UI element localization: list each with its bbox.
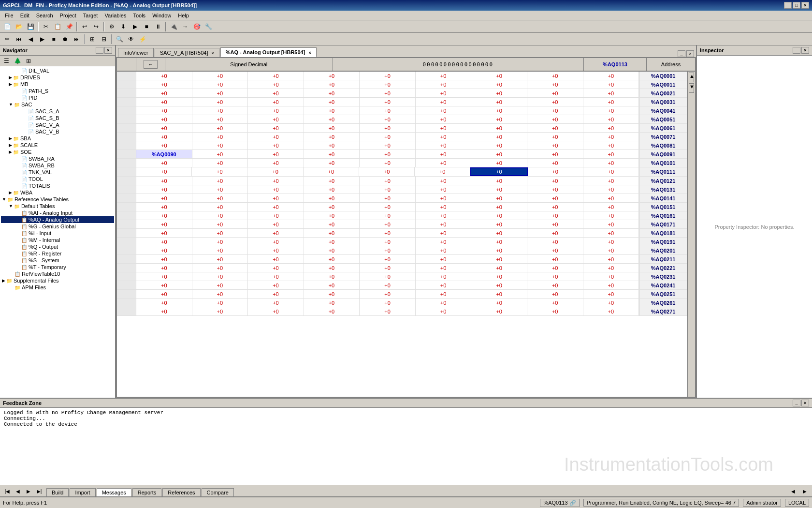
grid-cell[interactable]: +0 — [248, 89, 304, 97]
grid-cell[interactable]: +0 — [304, 141, 360, 149]
grid-cell[interactable]: +0 — [192, 141, 248, 149]
tab-next[interactable]: ▶ — [23, 486, 34, 496]
target-btn[interactable]: 🎯 — [191, 21, 202, 32]
nav-tree-view[interactable]: 🌲 — [12, 56, 23, 66]
grid-cell[interactable]: +0 — [248, 255, 304, 263]
grid-cell[interactable]: +0 — [304, 89, 360, 97]
grid-cell[interactable]: +0 — [471, 299, 527, 307]
grid-cell[interactable]: +0 — [360, 133, 416, 141]
tree-item[interactable]: ▼📁Default Tables — [1, 203, 114, 209]
grid-cell[interactable]: +0 — [471, 290, 527, 298]
rec-btn[interactable]: ⏺ — [60, 34, 71, 45]
bottom-tab-reports[interactable]: Reports — [132, 488, 162, 496]
expand-icon[interactable]: ▶ — [9, 190, 12, 195]
grid-cell[interactable]: +0 — [471, 98, 527, 106]
grid-cell[interactable]: +0 — [304, 299, 360, 307]
pause-btn[interactable]: ⏸ — [153, 21, 163, 32]
grid-cell[interactable]: +0 — [416, 133, 472, 141]
menu-window[interactable]: Window — [149, 12, 174, 19]
grid-cell[interactable]: +0 — [416, 98, 472, 106]
grid-cell[interactable]: +0 — [136, 211, 192, 220]
nav-close[interactable]: × — [104, 47, 112, 54]
grid-cell[interactable]: +0 — [192, 89, 248, 97]
menu-file[interactable]: File — [2, 12, 16, 19]
tree-item[interactable]: 📄SAC_V_A — [1, 121, 114, 128]
grid-cell[interactable]: +0 — [360, 159, 416, 167]
grid-cell[interactable]: +0 — [192, 159, 248, 167]
grid-cell[interactable]: +0 — [192, 106, 248, 115]
tree-item[interactable]: ▶📁SOE — [1, 149, 114, 155]
menu-search[interactable]: Search — [33, 12, 56, 19]
grid-cell[interactable]: +0 — [192, 80, 248, 89]
grid-cell[interactable]: +0 — [136, 72, 192, 80]
grid-cell[interactable]: +0 — [136, 141, 192, 149]
grid-cell[interactable]: +0 — [136, 133, 192, 141]
tab-infoviewer[interactable]: InfoViewer — [118, 48, 154, 57]
grid-cell[interactable]: +0 — [192, 167, 247, 176]
grid-cell[interactable]: +0 — [136, 203, 192, 211]
grid-cell[interactable]: +0 — [304, 185, 360, 194]
grid-cell[interactable]: +0 — [192, 299, 248, 307]
grid-cell[interactable]: +0 — [192, 272, 248, 281]
grid-cell[interactable]: +0 — [470, 167, 527, 176]
grid-cell[interactable]: +0 — [583, 290, 639, 298]
grid-cell[interactable]: +0 — [471, 106, 527, 115]
grid-cell[interactable]: +0 — [304, 98, 360, 106]
grid-cell[interactable]: +0 — [471, 80, 527, 89]
grid-cell[interactable]: +0 — [304, 80, 360, 89]
grid-cell[interactable]: +0 — [471, 229, 527, 237]
grid-cell[interactable]: +0 — [583, 124, 639, 132]
grid-cell[interactable]: +0 — [304, 229, 360, 237]
grid-cell[interactable]: +0 — [192, 307, 248, 315]
grid-cell[interactable]: +0 — [136, 80, 192, 89]
grid-cell[interactable]: +0 — [416, 229, 472, 237]
grid-cell[interactable]: +0 — [416, 185, 472, 194]
expand-icon[interactable]: ▶ — [2, 278, 5, 283]
grid-cell[interactable]: +0 — [583, 106, 639, 115]
grid-cell[interactable]: +0 — [471, 185, 527, 194]
nav-detail-view[interactable]: ⊞ — [23, 56, 34, 66]
tree-item[interactable]: ▼📁SAC — [1, 101, 114, 108]
nav-list-view[interactable]: ☰ — [1, 56, 12, 66]
grid-cell[interactable]: +0 — [136, 307, 192, 315]
force-btn[interactable]: ⚡ — [137, 34, 148, 45]
grid-cell[interactable]: +0 — [360, 98, 416, 106]
grid-cell[interactable]: +0 — [360, 177, 416, 185]
step-btn[interactable]: ⏭ — [72, 34, 82, 45]
scroll-left[interactable]: ◀ — [788, 486, 798, 496]
grid-cell[interactable]: +0 — [248, 177, 304, 185]
tree-item[interactable]: 📄SAC_V_B — [1, 128, 114, 135]
grid-cell[interactable]: +0 — [192, 264, 248, 272]
grid-cell[interactable]: +0 — [583, 203, 639, 211]
tree-item[interactable]: ▶📁MB — [1, 81, 114, 88]
grid-cell[interactable]: +0 — [360, 203, 416, 211]
grid-scrollbar[interactable]: ▲ ▼ — [687, 72, 695, 397]
grid-cell[interactable]: +0 — [416, 194, 472, 202]
grid-cell[interactable]: +0 — [136, 177, 192, 185]
close-button[interactable]: × — [801, 2, 809, 9]
grid-cell[interactable]: +0 — [415, 167, 470, 176]
grid-cell[interactable]: +0 — [360, 106, 416, 115]
grid-cell[interactable]: +0 — [248, 299, 304, 307]
tree-item[interactable]: 📋%T - Temporary — [1, 264, 114, 270]
grid-cell[interactable]: +0 — [304, 264, 360, 272]
grid-cell[interactable]: +0 — [416, 281, 472, 289]
grid-cell[interactable]: +0 — [360, 72, 416, 80]
grid-cell[interactable]: +0 — [583, 98, 639, 106]
grid-cell[interactable]: +0 — [471, 307, 527, 315]
grid-cell[interactable]: +0 — [583, 264, 639, 272]
grid-cell[interactable]: +0 — [527, 264, 583, 272]
grid-cell[interactable]: +0 — [416, 106, 472, 115]
grid-cell[interactable]: +0 — [192, 150, 248, 158]
grid-cell[interactable]: +0 — [583, 72, 639, 80]
grid-cell[interactable]: +0 — [248, 185, 304, 194]
grid-cell[interactable]: +0 — [304, 72, 360, 80]
tab-prev[interactable]: ◀ — [13, 486, 23, 496]
grid-cell[interactable]: +0 — [583, 115, 639, 123]
grid-cell[interactable]: +0 — [304, 238, 360, 246]
expand-icon[interactable]: ▶ — [9, 75, 12, 80]
grid-cell[interactable]: +0 — [304, 115, 360, 123]
grid-cell[interactable]: +0 — [527, 185, 583, 194]
menu-project[interactable]: Project — [57, 12, 79, 19]
expand-icon[interactable]: ▶ — [9, 82, 12, 87]
